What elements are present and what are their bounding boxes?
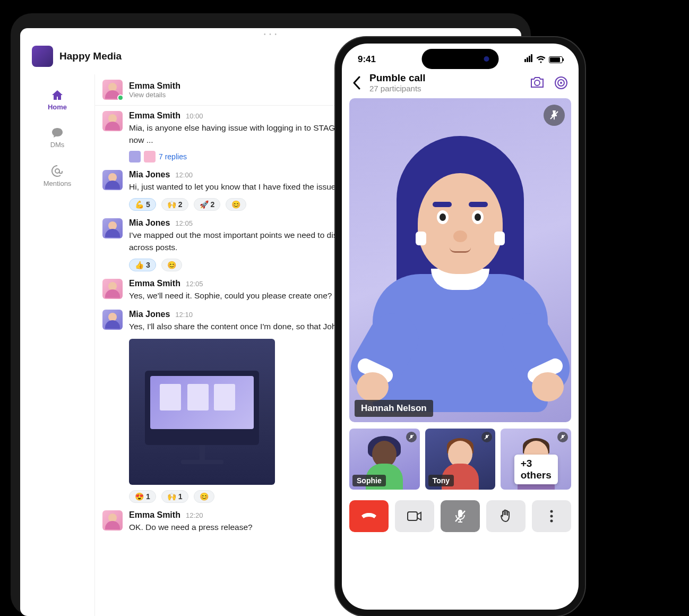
thumbnail-name: Tony: [428, 475, 454, 486]
reaction-emoji: 👍: [135, 261, 144, 269]
reaction-emoji: 💪: [135, 200, 144, 209]
avatar[interactable]: [102, 170, 123, 190]
avatar[interactable]: [102, 510, 123, 531]
message-author: Emma Smith: [129, 510, 180, 520]
avatar: [102, 80, 123, 100]
reaction-emoji: 🚀: [200, 200, 209, 209]
sidebar-item-home[interactable]: Home: [48, 89, 67, 111]
wifi-icon: [536, 56, 546, 63]
reaction-emoji: 🙌: [167, 200, 176, 209]
mute-icon: [481, 432, 492, 442]
reaction-emoji: 😊: [167, 261, 176, 269]
message-time: 12:05: [175, 219, 193, 227]
svg-point-11: [550, 520, 553, 523]
mini-avatar: [144, 151, 156, 162]
cast-icon[interactable]: [554, 76, 568, 90]
svg-point-9: [550, 510, 553, 513]
message-author: Emma Smith: [129, 279, 180, 288]
call-title: Pumble call: [369, 72, 521, 84]
sidebar-item-label: Mentions: [44, 179, 72, 187]
toggle-video-button[interactable]: [395, 500, 434, 532]
add-reaction-button[interactable]: 😊: [194, 490, 214, 503]
more-options-button[interactable]: [532, 500, 571, 532]
reaction-chip[interactable]: 🙌2: [161, 198, 188, 211]
reaction-emoji: 😍: [135, 492, 144, 501]
thread-replies-link[interactable]: 7 replies: [159, 152, 187, 161]
others-count-tag: +3 others: [514, 455, 558, 484]
reaction-count: 1: [146, 492, 150, 501]
sidebar-item-dms[interactable]: DMs: [50, 127, 65, 149]
active-speaker-name: Hannah Nelson: [355, 400, 433, 417]
message-author: Mia Jones: [129, 218, 170, 228]
reaction-count: 3: [146, 261, 150, 269]
avatar[interactable]: [102, 279, 123, 299]
svg-point-10: [550, 515, 553, 518]
message-author: Mia Jones: [129, 170, 170, 179]
battery-icon: [549, 56, 563, 63]
phone-screen: 9:41 Pumble call 27 participants: [342, 44, 579, 610]
message-time: 10:00: [186, 112, 203, 120]
reaction-emoji: 😊: [200, 492, 209, 501]
sidebar-nav: Home DMs Mentions: [20, 74, 94, 616]
avatar[interactable]: [102, 310, 123, 330]
mini-avatar: [129, 151, 141, 162]
pin-icon[interactable]: [544, 105, 565, 126]
message-time: 12:20: [186, 511, 203, 519]
reaction-count: 2: [211, 200, 215, 209]
back-button[interactable]: [352, 76, 361, 90]
cellular-icon: [524, 54, 533, 65]
add-reaction-button[interactable]: 😊: [161, 259, 182, 271]
participant-thumbnail-others[interactable]: +3 others: [501, 429, 571, 490]
phone-notch: [422, 49, 499, 69]
image-attachment[interactable]: [129, 339, 275, 485]
reaction-count: 1: [178, 492, 183, 501]
toggle-mute-button[interactable]: [441, 500, 480, 532]
message-time: 12:00: [175, 171, 193, 179]
participant-thumbnail[interactable]: Sophie: [349, 429, 420, 490]
at-icon: [51, 165, 64, 177]
presence-online-icon: [117, 95, 124, 101]
thumbnail-name: Sophie: [352, 475, 386, 486]
channel-name: Emma Smith: [129, 81, 180, 91]
workspace-title: Happy Media: [59, 50, 122, 62]
message-time: 12:05: [186, 280, 203, 288]
reaction-emoji: 😊: [231, 200, 240, 209]
sidebar-item-mentions[interactable]: Mentions: [44, 165, 72, 187]
camera-flip-icon[interactable]: [530, 76, 545, 90]
reaction-chip[interactable]: 💪5: [129, 198, 156, 211]
reaction-chip[interactable]: 👍3: [129, 259, 156, 271]
active-speaker-video[interactable]: Hannah Nelson: [349, 98, 571, 422]
participants-count: 27 participants: [369, 84, 521, 93]
call-controls: [349, 500, 571, 532]
channel-subtitle: View details: [129, 91, 180, 99]
participant-thumbnails: Sophie Tony +3 others: [349, 429, 571, 490]
sidebar-item-label: DMs: [50, 141, 65, 149]
reaction-count: 5: [146, 200, 150, 209]
mute-icon: [557, 432, 568, 442]
avatar[interactable]: [102, 218, 123, 238]
reaction-emoji: 🙌: [167, 492, 176, 501]
status-time: 9:41: [358, 54, 376, 65]
workspace-logo[interactable]: [32, 46, 53, 67]
phone-device-frame: 9:41 Pumble call 27 participants: [335, 37, 585, 616]
message-author: Mia Jones: [129, 310, 170, 319]
reaction-chip[interactable]: 🙌1: [161, 490, 188, 503]
raise-hand-button[interactable]: [486, 500, 526, 532]
home-icon: [51, 89, 64, 101]
sidebar-item-label: Home: [48, 103, 67, 111]
message-time: 12:10: [175, 311, 193, 319]
avatar[interactable]: [102, 111, 123, 131]
call-header: Pumble call 27 participants: [342, 68, 579, 98]
participant-thumbnail[interactable]: Tony: [425, 429, 496, 490]
reaction-count: 2: [178, 200, 183, 209]
chat-bubble-icon: [51, 127, 64, 139]
end-call-button[interactable]: [349, 500, 389, 532]
message-author: Emma Smith: [129, 111, 180, 121]
svg-rect-7: [408, 512, 417, 520]
reaction-chip[interactable]: 🚀2: [194, 198, 221, 211]
participant-avatar-3d: [370, 136, 550, 412]
add-reaction-button[interactable]: 😊: [226, 198, 246, 211]
mute-icon: [406, 432, 417, 442]
reaction-chip[interactable]: 😍1: [129, 490, 156, 503]
svg-point-2: [560, 82, 562, 84]
